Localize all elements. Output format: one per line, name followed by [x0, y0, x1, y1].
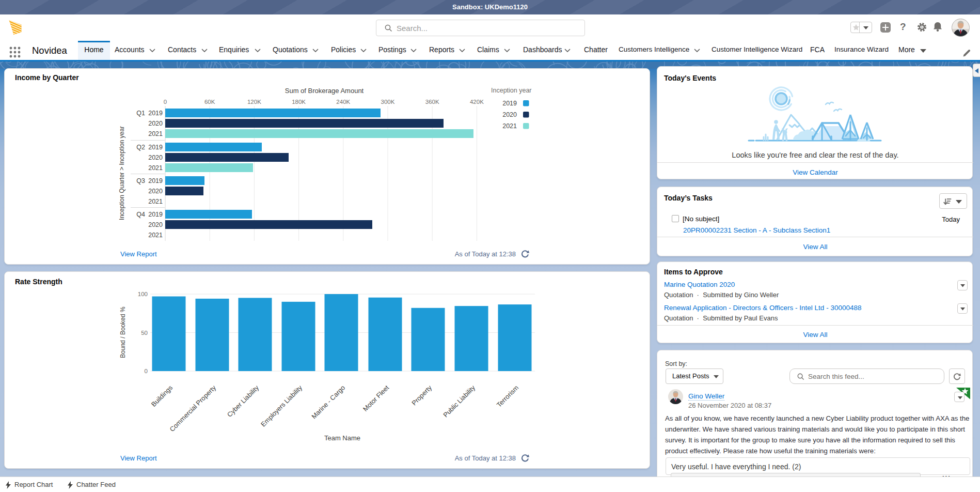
svg-text:2020: 2020	[148, 188, 163, 195]
svg-text:Bound / Booked %: Bound / Booked %	[119, 306, 127, 358]
svg-text:120K: 120K	[247, 99, 261, 105]
svg-text:2019: 2019	[502, 100, 517, 107]
svg-text:2019: 2019	[148, 211, 163, 218]
svg-text:Q4: Q4	[136, 211, 145, 218]
svg-text:360K: 360K	[425, 99, 439, 105]
svg-text:Q3: Q3	[136, 177, 145, 185]
svg-text:Inception year: Inception year	[491, 87, 532, 94]
svg-text:2020: 2020	[148, 120, 163, 127]
svg-text:2020: 2020	[148, 221, 163, 228]
svg-text:300K: 300K	[381, 99, 395, 105]
svg-text:100: 100	[138, 291, 148, 297]
svg-text:2021: 2021	[148, 130, 163, 137]
svg-text:Property: Property	[410, 383, 433, 407]
svg-text:0: 0	[164, 99, 167, 105]
svg-text:2021: 2021	[148, 198, 163, 205]
svg-text:0: 0	[145, 368, 148, 374]
svg-text:2021: 2021	[148, 164, 163, 172]
svg-text:2021: 2021	[148, 232, 163, 239]
svg-text:2019: 2019	[148, 177, 163, 185]
svg-text:2021: 2021	[502, 122, 517, 130]
svg-text:Employers Liability: Employers Liability	[259, 383, 304, 428]
svg-text:Q2: Q2	[136, 144, 145, 151]
svg-text:Motor Fleet: Motor Fleet	[361, 383, 391, 413]
svg-text:2020: 2020	[502, 111, 517, 118]
svg-text:Team Name: Team Name	[324, 434, 360, 442]
svg-text:Commercial Property: Commercial Property	[168, 383, 218, 433]
svg-text:Q1: Q1	[136, 110, 145, 117]
svg-text:60K: 60K	[204, 99, 215, 105]
svg-text:Inception Quarter > Inception: Inception Quarter > Inception year	[118, 126, 125, 220]
svg-text:50: 50	[141, 330, 148, 336]
svg-text:2019: 2019	[148, 144, 163, 151]
svg-text:420K: 420K	[470, 99, 484, 105]
svg-text:Marine - Cargo: Marine - Cargo	[310, 384, 346, 421]
svg-text:Cyber Liability: Cyber Liability	[226, 383, 261, 419]
svg-text:Buildings: Buildings	[150, 384, 174, 408]
svg-text:2020: 2020	[148, 154, 163, 161]
svg-text:Sum of Brokerage Amount: Sum of Brokerage Amount	[285, 87, 364, 95]
svg-text:2019: 2019	[148, 110, 163, 117]
svg-text:Public Liability: Public Liability	[441, 383, 477, 419]
svg-text:Terrorism: Terrorism	[495, 384, 520, 409]
svg-text:180K: 180K	[292, 99, 306, 105]
svg-text:240K: 240K	[336, 99, 350, 105]
